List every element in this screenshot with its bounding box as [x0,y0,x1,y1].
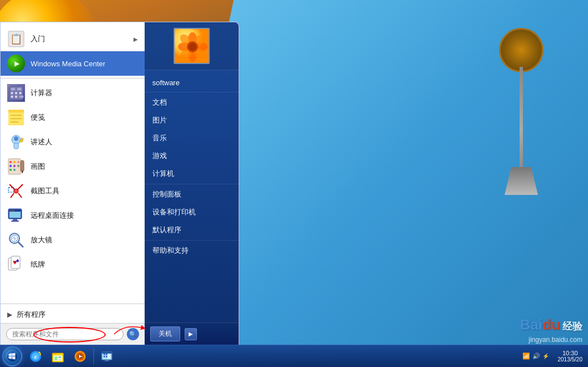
svg-rect-7 [19,92,22,94]
svg-text:📋: 📋 [10,33,23,45]
svg-rect-73 [58,359,61,360]
shutdown-button[interactable]: 关机 [150,326,180,341]
start-button[interactable] [2,346,22,366]
date: 2013/5/20 [558,356,583,363]
menu-item-arrow: ▶ [134,36,138,42]
svg-point-24 [9,165,12,167]
svg-point-28 [13,169,16,171]
svg-point-25 [9,169,12,171]
taskbar-show-desktop[interactable] [97,346,117,366]
svg-text:♠: ♠ [16,257,19,263]
all-programs-label: 所有程序 [17,310,46,320]
start-menu-right: software 文档 图片 音乐 游戏 [145,22,239,345]
svg-rect-71 [55,356,57,360]
tower-base [505,167,538,195]
svg-rect-32 [22,170,23,173]
right-link-default-programs[interactable]: 默认程序 [145,221,239,239]
svg-rect-42 [11,221,19,222]
battery-icon: ⚡ [542,353,549,359]
right-link-computer[interactable]: 计算机 [145,165,239,183]
menu-item-snipping[interactable]: 截图工具 [1,179,145,203]
user-avatar [174,28,210,64]
svg-point-19 [19,140,23,142]
search-button[interactable]: 🔍 [127,328,139,340]
menu-item-rdp[interactable]: 远程桌面连接 [1,203,145,228]
right-link-music[interactable]: 音乐 [145,129,239,147]
shutdown-arrow-button[interactable]: ▶ [185,328,197,340]
right-link-help[interactable]: 帮助和支持 [145,242,239,260]
magnifier-label: 放大镜 [31,235,138,245]
right-link-games[interactable]: 游戏 [145,147,239,165]
wmc-icon [7,55,25,72]
all-programs[interactable]: ▶ 所有程序 [1,306,145,323]
menu-item-narrator[interactable]: 讲述人 [1,130,145,154]
menu-item-getting-started[interactable]: 📋 入门 ▶ [1,27,145,51]
taskbar-explorer[interactable] [48,346,68,366]
svg-point-40 [13,211,14,212]
svg-rect-80 [105,360,108,361]
menu-item-calculator[interactable]: 计算器 [1,81,145,105]
taskbar-separator [93,348,94,365]
volume-icon: 🔊 [532,353,540,360]
menu-divider [1,78,145,79]
svg-text:e: e [34,353,37,360]
svg-rect-83 [106,354,107,355]
paint-label: 画图 [31,162,138,172]
right-link-software[interactable]: software [145,75,239,91]
start-menu: 📋 入门 ▶ Windows Media Center [0,22,239,345]
svg-rect-85 [106,356,107,358]
rdp-label: 远程桌面连接 [31,211,138,221]
menu-item-sticky[interactable]: 便笺 [1,105,145,130]
svg-point-27 [13,165,16,167]
snipping-label: 截图工具 [31,186,138,196]
desktop: Baidu经验 jingyan.baidu.com 📋 入门 [0,0,588,367]
svg-rect-37 [9,210,21,212]
narrator-icon [7,133,25,151]
narrator-label: 讲述人 [31,137,138,147]
rdp-icon [7,207,25,224]
svg-point-29 [17,161,19,163]
space-needle [499,28,543,195]
svg-rect-4 [17,88,22,91]
start-menu-bottom: 关机 ▶ [145,322,239,345]
svg-rect-8 [11,96,13,98]
taskbar-right: 📶 🔊 ⚡ 10:30 2013/5/20 [519,350,586,363]
svg-rect-31 [21,160,24,172]
svg-point-39 [12,211,13,212]
svg-line-48 [18,242,23,247]
menu-item-label: 入门 [31,34,128,44]
start-right-links: software 文档 图片 音乐 游戏 [145,70,239,322]
svg-rect-84 [103,356,105,358]
svg-point-30 [17,165,19,167]
start-menu-left: 📋 入门 ▶ Windows Media Center [1,22,145,345]
calc-icon [7,84,25,102]
menu-item-paint[interactable]: 画图 [1,154,145,179]
network-icon: 📶 [522,353,530,360]
menu-item-solitaire[interactable]: ♥ ♠ 纸牌 [1,252,145,277]
menu-item-magnifier[interactable]: 放大镜 [1,228,145,252]
wmc-label: Windows Media Center [31,60,138,68]
svg-point-38 [10,211,11,212]
svg-rect-72 [58,356,61,358]
search-input[interactable] [6,328,123,340]
solitaire-icon: ♥ ♠ [7,256,25,273]
getting-started-icon: 📋 [7,30,25,48]
svg-rect-41 [13,219,17,221]
bottom-divider [1,304,145,304]
start-menu-items: 📋 入门 ▶ Windows Media Center [1,22,145,301]
time: 10:30 [558,350,583,356]
taskbar-ie[interactable]: e [26,346,46,366]
right-link-control-panel[interactable]: 控制面板 [145,185,239,203]
taskbar-media-player[interactable] [70,346,90,366]
solitaire-label: 纸牌 [31,260,138,270]
svg-line-21 [22,139,24,140]
paint-icon [7,158,25,175]
right-link-documents[interactable]: 文档 [145,94,239,111]
right-link-pictures[interactable]: 图片 [145,111,239,129]
svg-rect-6 [15,92,17,94]
start-search-bar: 🔍 [1,323,145,345]
right-link-devices-printers[interactable]: 设备和打印机 [145,203,239,221]
svg-rect-18 [14,143,18,149]
system-tray: 📶 🔊 ⚡ [519,353,552,360]
menu-item-wmc[interactable]: Windows Media Center [1,51,145,76]
